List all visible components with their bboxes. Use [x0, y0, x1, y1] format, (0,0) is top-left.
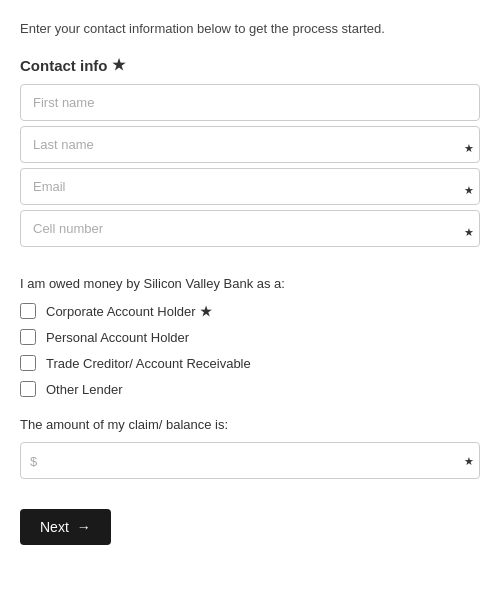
- contact-required-star: ★: [112, 56, 125, 74]
- cell-star: ★: [464, 226, 474, 239]
- arrow-icon: →: [77, 519, 91, 535]
- checkbox-trade-label[interactable]: Trade Creditor/ Account Receivable: [46, 356, 251, 371]
- owed-section: I am owed money by Silicon Valley Bank a…: [20, 276, 480, 397]
- claim-label: The amount of my claim/ balance is:: [20, 417, 480, 432]
- checkbox-personal-label[interactable]: Personal Account Holder: [46, 330, 189, 345]
- corporate-star: ★: [200, 304, 212, 319]
- claim-input-wrapper: $ ★: [20, 442, 480, 479]
- intro-text: Enter your contact information below to …: [20, 20, 480, 38]
- checkbox-corporate-input[interactable]: [20, 303, 36, 319]
- contact-info-section: Contact info ★ ★ ★ ★: [20, 56, 480, 252]
- first-name-row: [20, 84, 480, 121]
- checkbox-corporate[interactable]: Corporate Account Holder ★: [20, 303, 480, 319]
- email-star: ★: [464, 184, 474, 197]
- cell-number-input[interactable]: [20, 210, 480, 247]
- last-name-input[interactable]: [20, 126, 480, 163]
- owed-label: I am owed money by Silicon Valley Bank a…: [20, 276, 480, 291]
- page-container: Enter your contact information below to …: [0, 0, 500, 575]
- checkbox-trade[interactable]: Trade Creditor/ Account Receivable: [20, 355, 480, 371]
- checkbox-group: Corporate Account Holder ★ Personal Acco…: [20, 303, 480, 397]
- checkbox-corporate-label[interactable]: Corporate Account Holder ★: [46, 304, 212, 319]
- contact-info-label: Contact info ★: [20, 56, 480, 74]
- email-input[interactable]: [20, 168, 480, 205]
- checkbox-other[interactable]: Other Lender: [20, 381, 480, 397]
- checkbox-personal-input[interactable]: [20, 329, 36, 345]
- cell-number-row: ★: [20, 210, 480, 247]
- checkbox-trade-input[interactable]: [20, 355, 36, 371]
- contact-fields: ★ ★ ★: [20, 84, 480, 252]
- last-name-row: ★: [20, 126, 480, 163]
- next-label: Next: [40, 519, 69, 535]
- claim-star: ★: [464, 454, 474, 467]
- first-name-input[interactable]: [20, 84, 480, 121]
- claim-amount-input[interactable]: [20, 442, 480, 479]
- checkbox-other-input[interactable]: [20, 381, 36, 397]
- claim-section: The amount of my claim/ balance is: $ ★: [20, 417, 480, 479]
- email-row: ★: [20, 168, 480, 205]
- dollar-sign: $: [30, 453, 37, 468]
- checkbox-other-label[interactable]: Other Lender: [46, 382, 123, 397]
- last-name-star: ★: [464, 142, 474, 155]
- next-button[interactable]: Next →: [20, 509, 111, 545]
- checkbox-personal[interactable]: Personal Account Holder: [20, 329, 480, 345]
